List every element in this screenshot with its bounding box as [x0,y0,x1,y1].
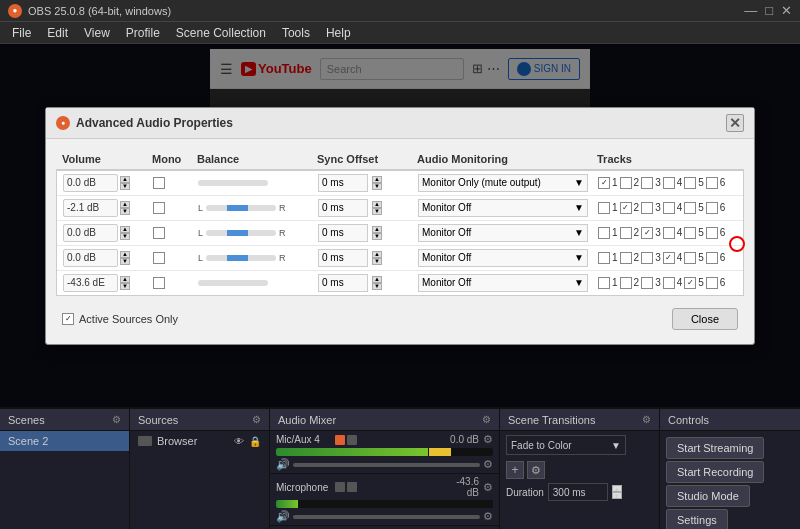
duration-input[interactable] [548,483,608,501]
volume-input-3[interactable]: 0.0 dB [63,224,118,242]
dialog-close-btn[interactable]: Close [672,308,738,330]
studio-mode-button[interactable]: Studio Mode [666,485,750,507]
source-lock-icon[interactable]: 🔒 [249,436,261,447]
offset-down-1[interactable]: ▼ [372,183,382,190]
mono-checkbox-2[interactable] [153,202,165,214]
window-controls[interactable]: — □ ✕ [744,3,792,18]
offset-input-4[interactable]: 0 ms [318,249,368,267]
offset-input-1[interactable]: 0 ms [318,174,368,192]
offset-spinner-2[interactable]: ▲ ▼ [372,201,382,215]
duration-down[interactable]: ▼ [612,492,622,499]
menu-view[interactable]: View [76,24,118,42]
mono-checkbox-1[interactable] [153,177,165,189]
sources-panel: Sources ⚙ Browser 👁 🔒 + — ⚙ ▲ ▼ [130,409,270,529]
maximize-button[interactable]: □ [765,3,773,18]
channel-2-row: Microphone -43.6 dB ⚙ [276,476,493,498]
volume-spinner-3[interactable]: ▲ ▼ [120,226,130,240]
track-2-5[interactable] [684,202,696,214]
channel-2-settings[interactable]: ⚙ [483,510,493,523]
balance-slider-1[interactable] [198,180,268,186]
track-1-6[interactable] [706,177,718,189]
track-2-6[interactable] [706,202,718,214]
volume-input-1[interactable]: 0.0 dB [63,174,118,192]
mono-cell-5 [153,277,198,289]
track-5-5[interactable] [684,277,696,289]
track-2-3[interactable] [641,202,653,214]
channel-1-gear[interactable]: ⚙ [483,433,493,446]
track-1-2[interactable] [620,177,632,189]
channel-1-vol-icon[interactable]: 🔊 [276,458,290,471]
vol-up-2[interactable]: ▲ [120,201,130,208]
balance-slider-5[interactable] [198,280,268,286]
balance-slider-2[interactable] [206,205,276,211]
menu-file[interactable]: File [4,24,39,42]
mono-checkbox-3[interactable] [153,227,165,239]
channel-2-slider[interactable] [293,515,480,519]
audio-mixer-settings-icon[interactable]: ⚙ [482,414,491,425]
start-streaming-button[interactable]: Start Streaming [666,437,764,459]
active-sources-checkbox[interactable] [62,313,74,325]
monitor-select-5[interactable]: Monitor Off ▼ [418,274,588,292]
balance-slider-4[interactable] [206,255,276,261]
source-visible-icon[interactable]: 👁 [234,436,244,447]
transitions-settings-icon[interactable]: ⚙ [642,414,651,425]
minimize-button[interactable]: — [744,3,757,18]
monitor-select-3[interactable]: Monitor Off ▼ [418,224,588,242]
channel-1-settings[interactable]: ⚙ [483,458,493,471]
track-2-1[interactable] [598,202,610,214]
transition-add-btn[interactable]: + [506,461,524,479]
track-3-3[interactable] [641,227,653,239]
dialog-title: Advanced Audio Properties [76,116,233,130]
mono-checkbox-4[interactable] [153,252,165,264]
source-item-browser[interactable]: Browser 👁 🔒 [130,431,269,451]
menu-scene-collection[interactable]: Scene Collection [168,24,274,42]
menu-tools[interactable]: Tools [274,24,318,42]
volume-input-5[interactable]: -43.6 dE [63,274,118,292]
channel-1-icon2 [347,435,357,445]
offset-input-2[interactable]: 0 ms [318,199,368,217]
transition-select[interactable]: Fade to Color ▼ [506,435,626,455]
track-1-4[interactable] [663,177,675,189]
vol-up-1[interactable]: ▲ [120,176,130,183]
vol-down-1[interactable]: ▼ [120,183,130,190]
monitor-select-2[interactable]: Monitor Off ▼ [418,199,588,217]
channel-2-vol-icon[interactable]: 🔊 [276,510,290,523]
settings-button[interactable]: Settings [666,509,728,529]
track-1-1[interactable] [598,177,610,189]
offset-input-3[interactable]: 0 ms [318,224,368,242]
channel-1-meter [276,448,493,456]
offset-up-1[interactable]: ▲ [372,176,382,183]
channel-1-slider[interactable] [293,463,480,467]
menu-edit[interactable]: Edit [39,24,76,42]
transition-gear-btn[interactable]: ⚙ [527,461,545,479]
track-2-2[interactable] [620,202,632,214]
track-2-4[interactable] [663,202,675,214]
volume-spinner-2[interactable]: ▲ ▼ [120,201,130,215]
track-1-5[interactable] [684,177,696,189]
close-button[interactable]: ✕ [781,3,792,18]
duration-spinner[interactable]: ▲ ▼ [612,485,622,499]
scenes-settings-icon[interactable]: ⚙ [112,414,121,425]
balance-label-l: L [198,203,203,213]
menu-help[interactable]: Help [318,24,359,42]
volume-input-4[interactable]: 0.0 dB [63,249,118,267]
mono-checkbox-5[interactable] [153,277,165,289]
start-recording-button[interactable]: Start Recording [666,461,764,483]
monitor-select-4[interactable]: Monitor Off ▼ [418,249,588,267]
offset-input-5[interactable]: 0 ms [318,274,368,292]
track-1-3[interactable] [641,177,653,189]
vol-down-2[interactable]: ▼ [120,208,130,215]
channel-2-gear[interactable]: ⚙ [483,481,493,494]
balance-slider-3[interactable] [206,230,276,236]
channel-2-name: Microphone [276,482,331,493]
volume-spinner-1[interactable]: ▲ ▼ [120,176,130,190]
volume-input-2[interactable]: -2.1 dB [63,199,118,217]
menu-profile[interactable]: Profile [118,24,168,42]
track-4-4[interactable] [663,252,675,264]
monitor-select-1[interactable]: Monitor Only (mute output) ▼ [418,174,588,192]
duration-up[interactable]: ▲ [612,485,622,492]
dialog-close-button[interactable]: ✕ [726,114,744,132]
scene-item-1[interactable]: Scene 2 [0,431,129,451]
offset-spinner-1[interactable]: ▲ ▼ [372,176,382,190]
sources-settings-icon[interactable]: ⚙ [252,414,261,425]
